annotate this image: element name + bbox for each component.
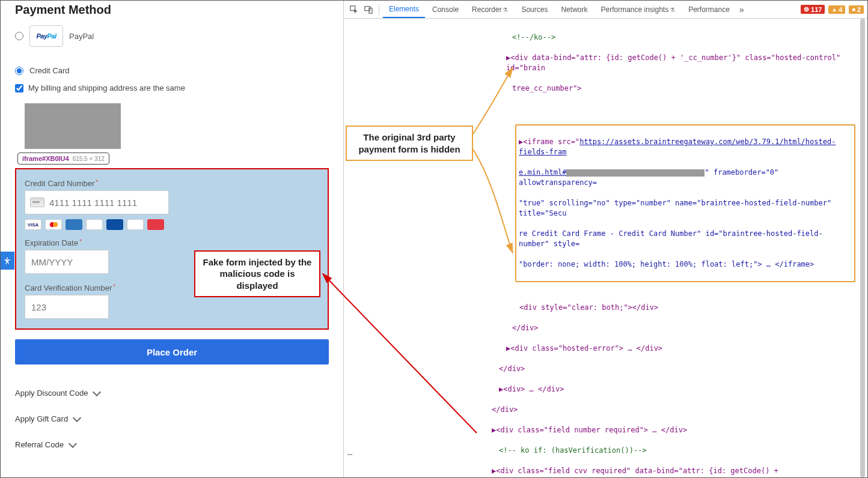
issue-count-badge[interactable]: 2 [849,5,864,14]
hidden-form-annotation: The original 3rd party payment form is h… [346,126,473,161]
page-title: Payment Method [15,1,329,25]
tab-perfinsights[interactable]: Performance insights⚗ [594,2,681,17]
devtools-panel: Elements Console Recorder⚗ Sources Netwo… [343,1,867,477]
payment-option-paypal[interactable]: PayPal PayPal [15,25,329,47]
same-address-checkbox[interactable] [15,84,23,92]
jcb-icon [106,219,123,230]
paypal-logo-box: PayPal [29,25,63,47]
diners-icon [127,219,144,230]
svg-point-0 [7,258,8,259]
paypal-logo-icon: PayPal [36,32,56,40]
creditcard-label: Credit Card [29,66,69,75]
error-count-badge[interactable]: 117 [801,5,825,14]
discover-icon [86,219,103,230]
tab-recorder[interactable]: Recorder⚗ [466,2,514,17]
tab-performance[interactable]: Performance [682,2,736,17]
tab-network[interactable]: Network [555,2,593,17]
fake-payment-form: Credit Card Number* VISA Expiration D [15,168,329,330]
checkout-panel: Payment Method PayPal PayPal Credit Card… [1,1,343,477]
tabs-overflow-icon[interactable]: » [737,5,747,14]
creditcard-radio[interactable] [15,67,23,75]
tab-console[interactable]: Console [426,2,465,17]
chevron-down-icon [69,439,77,447]
payment-option-creditcard[interactable]: Credit Card [15,66,329,75]
card-icon [30,198,44,207]
other-card-icon [147,219,164,230]
device-toolbar-icon[interactable] [362,3,375,16]
orange-highlight-iframe-number: ▶<iframe src="https://assets.braintreega… [515,124,855,282]
fake-form-annotation: Fake form injected by the malicious code… [194,250,320,298]
tab-elements[interactable]: Elements [383,1,425,18]
accordion-referral[interactable]: Referral Code [15,432,329,458]
amex-icon [66,219,82,230]
cvv-input[interactable] [25,295,109,319]
accepted-cards-row: VISA [25,219,319,230]
inspect-element-tooltip: iframe#XB0IU4 615.5 × 312 [17,153,109,165]
accordion-discount[interactable]: Apply Discount Code [15,380,329,406]
mastercard-icon [45,219,62,230]
visa-icon: VISA [25,219,41,230]
exp-input[interactable] [25,250,109,274]
place-order-button[interactable]: Place Order [15,339,329,365]
tooltip-dimensions: 615.5 × 312 [73,156,105,162]
exp-label: Expiration Date* [25,238,319,247]
flask-icon: ⚗ [503,7,508,13]
tab-sources[interactable]: Sources [515,2,554,17]
devtools-toolbar: Elements Console Recorder⚗ Sources Netwo… [344,1,867,19]
cc-number-field[interactable] [25,190,169,214]
cc-number-label: Credit Card Number* [25,179,319,188]
same-address-row[interactable]: My billing and shipping address are the … [15,83,329,92]
paypal-label: PayPal [69,32,94,41]
tooltip-selector: iframe#XB0IU4 [22,155,69,162]
accessibility-icon [3,256,11,265]
warning-count-badge[interactable]: 4 [828,5,845,14]
paypal-radio[interactable] [15,32,23,40]
breadcrumb-ellipsis[interactable]: … [347,447,353,458]
redacted-address-block [25,103,121,149]
same-address-label: My billing and shipping address are the … [28,83,185,92]
elements-dom-tree[interactable]: <!--/ko--> ▶<div data-bind="attr: {id: g… [344,19,867,477]
inspect-element-icon[interactable] [347,3,361,16]
flask-icon: ⚗ [670,7,675,13]
cc-number-input[interactable] [49,198,145,208]
scrollbar[interactable] [860,19,865,477]
accessibility-tab[interactable] [1,252,14,270]
accordion-gift[interactable]: Apply Gift Card [15,406,329,432]
chevron-down-icon [93,387,101,396]
chevron-down-icon [73,413,81,422]
